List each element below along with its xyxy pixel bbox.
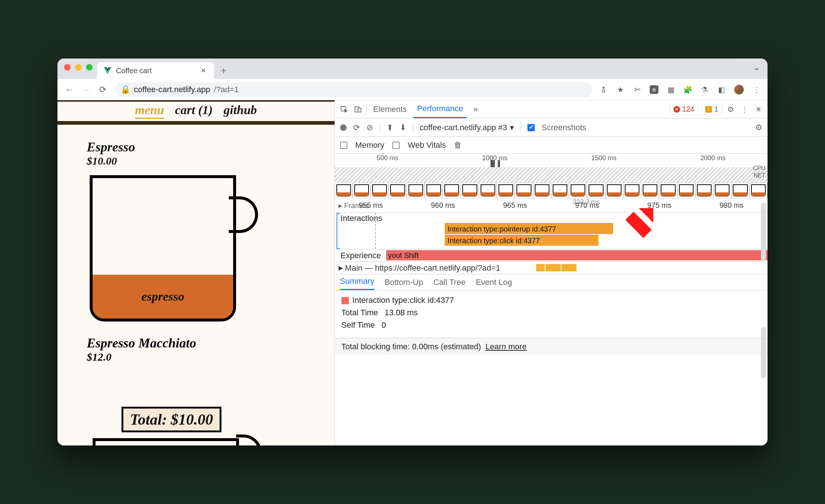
webvitals-checkbox[interactable]	[392, 142, 400, 149]
learn-more-link[interactable]: Learn more	[485, 342, 527, 351]
tab-call-tree[interactable]: Call Tree	[433, 278, 466, 290]
toolbar-right: ★ ✄ n ▦ 🧩 ⚗ ◧ ⋮	[599, 84, 761, 95]
timeline-overview[interactable]: 500 ms 1000 ms 1500 ms 2000 ms CPU NET	[335, 154, 768, 183]
summary-swatch	[341, 297, 349, 304]
cart-total-chip[interactable]: Total: $10.00	[122, 407, 221, 432]
back-icon[interactable]: ←	[64, 84, 74, 95]
nav-cart-link[interactable]: cart (1)	[175, 103, 213, 119]
coffee-fill-label: espresso	[93, 275, 233, 319]
capture-settings-icon[interactable]: ⚙	[755, 123, 762, 132]
ruler-tick: 980 ms	[720, 201, 744, 210]
expand-triangle-icon[interactable]: ▶	[339, 264, 343, 271]
ruler-tick: 970 ms	[575, 201, 600, 210]
interaction-bar-pointerup[interactable]: Interaction type:pointerup id:4377	[445, 223, 613, 234]
blocking-time-footer: Total blocking time: 0.00ms (estimated) …	[335, 338, 768, 355]
total-time-value: 13.08 ms	[385, 308, 418, 317]
cup2-handle	[236, 435, 262, 445]
ruler-tick: 960 ms	[431, 201, 455, 210]
ov-tick: 2000 ms	[700, 154, 725, 162]
tab-performance[interactable]: Performance	[413, 100, 467, 118]
address-bar: ← → ⟳ 🔒 coffee-cart.netlify.app/?ad=1 ★ …	[57, 79, 768, 100]
tab-close-icon[interactable]: ✕	[199, 65, 208, 76]
extension-n-icon[interactable]: n	[650, 85, 658, 94]
screenshot-filmstrip[interactable]	[335, 183, 768, 198]
screenshots-checkbox[interactable]	[527, 124, 535, 131]
product2-price: $12.0	[87, 351, 313, 363]
interaction-bar-click[interactable]: Interaction type:click id:4377	[445, 235, 598, 246]
rendered-page: menu cart (1) github Espresso $10.00 esp…	[57, 100, 335, 445]
main-thread-track[interactable]: ▶ Main — https://coffee-cart.netlify.app…	[335, 262, 768, 274]
extensions-puzzle-icon[interactable]: 🧩	[683, 85, 692, 94]
reload-icon[interactable]: ⟳	[98, 84, 108, 95]
layout-shift-bar[interactable]: yout Shift	[386, 250, 768, 260]
tabstrip-chevron-icon[interactable]: ⌄	[753, 59, 768, 79]
clear-icon[interactable]: ⊘	[366, 123, 373, 132]
bookmark-star-icon[interactable]: ★	[616, 85, 625, 94]
url-host: coffee-cart.netlify.app	[134, 85, 210, 94]
nav-menu-link[interactable]: menu	[135, 103, 164, 119]
maximize-window-icon[interactable]	[86, 64, 93, 71]
self-time-label: Self Time	[341, 320, 375, 330]
product-name: Espresso	[87, 139, 313, 155]
sidepanel-icon[interactable]: ◧	[717, 85, 726, 94]
scissors-icon[interactable]: ✄	[633, 85, 642, 94]
experience-label: Experience	[341, 251, 383, 260]
save-profile-icon[interactable]: ⬇	[400, 123, 406, 132]
window-controls	[62, 59, 97, 79]
ruler-tick: 975 ms	[647, 201, 672, 210]
tab-event-log[interactable]: Event Log	[476, 278, 512, 290]
tab-bottom-up[interactable]: Bottom-Up	[385, 278, 423, 290]
svg-rect-2	[358, 108, 361, 112]
devtools-kebab-icon[interactable]: ⋮	[739, 104, 750, 115]
interactions-track[interactable]: Interactions Interaction type:pointerup …	[335, 213, 768, 249]
error-count-pill[interactable]: ✕124	[669, 104, 698, 114]
cup-graphic[interactable]: espresso	[87, 171, 244, 324]
load-profile-icon[interactable]: ⬆	[387, 123, 393, 132]
devtools-panel: Elements Performance » ✕124 !1 ⚙ ⋮ ✕ ⟳ ⊘…	[335, 100, 768, 445]
record-icon[interactable]	[340, 124, 347, 131]
webvitals-label: Web Vitals	[408, 140, 446, 150]
tab-overflow-icon[interactable]: »	[470, 101, 481, 118]
forward-icon[interactable]: →	[81, 84, 91, 95]
warning-count-pill[interactable]: !1	[701, 104, 722, 114]
warning-count: 1	[714, 105, 718, 113]
inspect-element-icon[interactable]	[339, 104, 350, 115]
main-thread-label: Main — https://coffee-cart.netlify.app/?…	[345, 263, 500, 273]
product2-name: Espresso Macchiato	[87, 335, 313, 351]
extension-grid-icon[interactable]: ▦	[667, 85, 675, 94]
scrollbar-thumb[interactable]	[761, 327, 766, 378]
nav-github-link[interactable]: github	[224, 103, 257, 119]
product-price: $10.00	[87, 155, 313, 167]
product-card-espresso: Espresso $10.00 espresso	[87, 139, 313, 324]
new-tab-button[interactable]: ＋	[216, 63, 231, 78]
minimize-window-icon[interactable]	[75, 64, 82, 71]
cpu-label: CPU	[753, 165, 765, 172]
main-thread-tasks	[536, 264, 576, 271]
reload-record-icon[interactable]: ⟳	[353, 123, 360, 132]
kebab-menu-icon[interactable]: ⋮	[752, 85, 761, 94]
profile-avatar[interactable]	[734, 84, 744, 95]
screenshots-label: Screenshots	[541, 123, 586, 132]
ov-tick: 1500 ms	[591, 154, 616, 162]
tab-elements[interactable]: Elements	[370, 101, 411, 118]
scrollbar-thumb[interactable]	[761, 203, 766, 261]
tab-summary[interactable]: Summary	[340, 277, 374, 290]
share-icon[interactable]	[599, 85, 608, 94]
gc-trash-icon[interactable]: 🗑	[454, 140, 462, 150]
ov-tick: 500 ms	[377, 154, 398, 162]
vue-logo-icon	[104, 67, 112, 74]
devtools-settings-icon[interactable]: ⚙	[725, 104, 736, 115]
recording-select[interactable]: coffee-cart.netlify.app #3 ▾	[420, 123, 514, 132]
url-input[interactable]: 🔒 coffee-cart.netlify.app/?ad=1	[115, 82, 593, 97]
device-toolbar-icon[interactable]	[352, 104, 363, 115]
summary-title: Interaction type:click id:4377	[352, 296, 454, 305]
tbt-text: Total blocking time: 0.00ms (estimated)	[341, 342, 481, 351]
close-window-icon[interactable]	[64, 64, 71, 71]
experience-track[interactable]: yout Shift Experience	[335, 249, 768, 262]
memory-checkbox[interactable]	[340, 142, 347, 149]
browser-tab[interactable]: Coffee cart ✕	[97, 62, 214, 79]
flamechart-ruler[interactable]: ▸ Frames 333.3 ms 955 ms 960 ms 965 ms 9…	[335, 198, 768, 213]
labs-flask-icon[interactable]: ⚗	[700, 85, 709, 94]
site-nav: menu cart (1) github	[57, 102, 335, 121]
devtools-close-icon[interactable]: ✕	[753, 104, 764, 115]
